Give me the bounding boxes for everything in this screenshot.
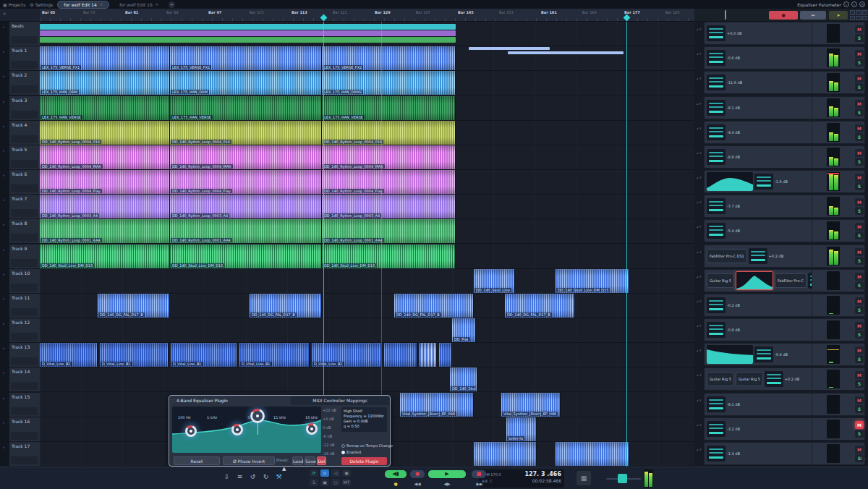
ruler-bar-label[interactable]: Bar 185: [665, 10, 680, 14]
audio-clip[interactable]: DD_Flat: [452, 318, 476, 342]
mute-button[interactable]: M: [855, 149, 864, 157]
volume-db-label[interactable]: -0.6 dB: [727, 56, 740, 60]
solo-button[interactable]: S: [855, 257, 864, 265]
audio-clip[interactable]: Vital_Synther_[Riser]_EP_098: [501, 393, 561, 417]
mute-button[interactable]: M: [855, 346, 864, 354]
plugin-button[interactable]: FabFilter Pro-C DS1: [707, 249, 747, 263]
mixer-strip-row[interactable]: -7.7 dBMS: [704, 195, 865, 218]
audio-clip[interactable]: DD_140_Rythm_Loop_0003_A4: [170, 195, 322, 218]
forward-button[interactable]: ▶▶: [472, 480, 488, 487]
track-lane[interactable]: LEX_175_HAN_DRMLEX_175_HAN_DRMLEX_175_HA…: [40, 71, 694, 95]
audio-clip[interactable]: DD_140_Rythm_Loop_0004_016: [40, 121, 170, 145]
audio-clip[interactable]: LEX_175_HAN_DRM: [170, 71, 322, 95]
track-header[interactable]: Track 7: [9, 195, 40, 219]
lock-toggle[interactable]: ▣: [342, 469, 351, 477]
play-button[interactable]: ▶: [428, 470, 466, 478]
plugin-slot-area[interactable]: -8.8 dB: [705, 146, 812, 168]
audio-clip[interactable]: D_Vital_Line_B1: [239, 343, 310, 367]
track-lane[interactable]: DD_140_Rythm_Loop_0003_A4DD_140_Rythm_Lo…: [40, 195, 694, 219]
eq-graph[interactable]: 100 Hz1 kHz3.4 kHz11 kHz16 kHz: [172, 407, 321, 453]
plugin-button[interactable]: Guitar Rig 5: [707, 273, 734, 288]
projects-button[interactable]: ▦ Projects: [3, 2, 25, 7]
edit-tab-inactive[interactable]: for wolf Edit 16 ✕: [114, 1, 164, 8]
mixer-strip-row[interactable]: Guitar Rig 5FabFilter Pro-CMS: [704, 269, 865, 292]
plugin-thumbnail[interactable]: [707, 446, 726, 462]
eq-band-knob[interactable]: [231, 424, 243, 435]
ruler-bar-label[interactable]: Bar 161: [541, 10, 557, 14]
plugin-button[interactable]: Guitar Rig 5: [736, 372, 763, 386]
plugin-slot-area[interactable]: -0.2 dB: [705, 294, 812, 316]
punch-toggle[interactable]: ∪: [320, 469, 329, 477]
equaliser-plugin-window[interactable]: ∷ 4-Band Equaliser Plugin MIDI Controlle…: [169, 395, 391, 467]
edit-tab-active[interactable]: for wolf Edit 14 ✕: [57, 1, 109, 9]
plugin-slot-area[interactable]: -0.8 dB: [705, 319, 812, 341]
plugin-thumbnail[interactable]: [707, 297, 726, 313]
mini-clip[interactable]: [469, 47, 550, 50]
ruler-bar-label[interactable]: Bar 137: [416, 10, 430, 14]
audio-clip[interactable]: [474, 442, 537, 466]
plugin-thumbnail[interactable]: [707, 25, 726, 41]
audio-clip[interactable]: DD_140_Skull_Line: [474, 269, 515, 293]
mixer-strip-row[interactable]: -4.4 dBMS: [704, 121, 865, 144]
audio-clip[interactable]: DD_140_Rythm_Loop_0004_MAX: [170, 145, 322, 169]
volume-db-label[interactable]: -7.7 dB: [727, 204, 740, 208]
click-toggle[interactable]: ◁: [331, 469, 340, 477]
preset-delete-button[interactable]: Del: [317, 456, 326, 465]
mixer-strip-row[interactable]: +0.0 dBMS: [704, 22, 865, 45]
mute-button[interactable]: M: [855, 100, 864, 108]
audio-clip[interactable]: DD_140_Rythm_Loop_0004_Flay: [40, 170, 170, 194]
volume-db-label[interactable]: -0.8 dB: [727, 328, 740, 332]
audio-clip[interactable]: DD_140_Rythm_Loop_0001_AA4: [170, 219, 322, 243]
mixer-strip-row[interactable]: FabFilter Pro-C DS1+0.2 dBMS: [704, 244, 865, 268]
track-header[interactable]: Track 17: [9, 442, 40, 467]
plugin-thumbnail[interactable]: [707, 396, 726, 412]
list-icon[interactable]: ≡: [234, 473, 245, 480]
mixer-strip-row[interactable]: -5.4 dBMS: [704, 219, 865, 242]
plugin-slot-area[interactable]: -1.6 dB: [705, 171, 812, 192]
audio-clip[interactable]: DD_140_DG_FAL_D17_B: [505, 294, 575, 318]
track-header[interactable]: Track 8: [9, 219, 40, 244]
audio-clip[interactable]: DD_140_Rythm_Loop_0004_Flay: [170, 170, 322, 194]
mixer-strip-row[interactable]: -1.4 dBMS: [704, 442, 865, 465]
import-icon[interactable]: ⇩: [221, 473, 232, 480]
track-lane[interactable]: DD_140_Skull_Line_DM_D15DD_140_Skull_Lin…: [40, 244, 694, 269]
mixer-strip-row[interactable]: -0.4 dBMS: [704, 343, 865, 366]
audio-clip[interactable]: LEX_175_HAN_DRM: [40, 71, 170, 95]
mute-button[interactable]: M: [855, 248, 864, 256]
track-lane[interactable]: LEX_175_HAN_VERSELEX_175_HAN_VERSELEX_17…: [40, 96, 694, 121]
audio-clip[interactable]: DD_140_DG_FAL_D17_B: [394, 294, 474, 318]
rewind-button[interactable]: ◀◀: [407, 480, 428, 487]
audio-clip[interactable]: LEX_175_HAN_DRM2: [322, 71, 456, 95]
undo-icon[interactable]: ↺: [247, 473, 258, 480]
beats-stripe-clip[interactable]: [40, 37, 456, 43]
volume-db-label[interactable]: -8.1 dB: [727, 106, 740, 110]
plugin-slot-area[interactable]: -8.1 dB: [705, 394, 812, 415]
audio-clip[interactable]: DD_140_Skull_Line_DM_D15: [322, 244, 456, 268]
close-icon[interactable]: ✕: [156, 2, 158, 7]
audio-clip[interactable]: D_Vital_Line_B1: [171, 343, 237, 367]
audio-clip[interactable]: [384, 343, 417, 367]
sync-toggle[interactable]: ⟳: [310, 469, 318, 477]
beats-stripe-clip[interactable]: [40, 24, 456, 30]
mute-button[interactable]: M: [855, 371, 864, 379]
solo-button[interactable]: S: [855, 133, 864, 141]
new-tab-button[interactable]: +: [169, 1, 175, 8]
track-lane[interactable]: LEX_175_VERSE_FX1LEX_175_VERSE_FX1LEX_17…: [40, 46, 694, 71]
plugin-thumbnail[interactable]: [765, 371, 783, 387]
settings-button[interactable]: ⚙ Settings: [30, 2, 53, 7]
audio-clip[interactable]: [420, 343, 437, 367]
solo-button[interactable]: S: [855, 306, 864, 314]
ruler-bar-label[interactable]: Bar 65: [42, 10, 55, 14]
audio-clip[interactable]: D_Vital_Line_B1: [40, 343, 98, 367]
mute-button[interactable]: M: [855, 75, 864, 82]
volume-db-label[interactable]: -8.8 dB: [727, 155, 740, 159]
audio-clip[interactable]: LEX_175_HAN_VERSE: [170, 96, 322, 120]
audio-clip[interactable]: DD_140_Skull_Line_DM_D15: [170, 244, 322, 268]
plugin-thumbnail[interactable]: [707, 100, 726, 116]
audio-clip[interactable]: DD_140_Rythm_Loop_0001_AA4: [40, 219, 170, 243]
volume-db-label[interactable]: -11.6 dB: [727, 80, 742, 85]
track-header[interactable]: Track 13: [9, 343, 40, 367]
mixer-strip-row[interactable]: -11.6 dBMS: [704, 71, 865, 94]
ruler-bar-label[interactable]: Bar 113: [292, 10, 307, 14]
plugin-thumbnail[interactable]: [707, 75, 726, 90]
